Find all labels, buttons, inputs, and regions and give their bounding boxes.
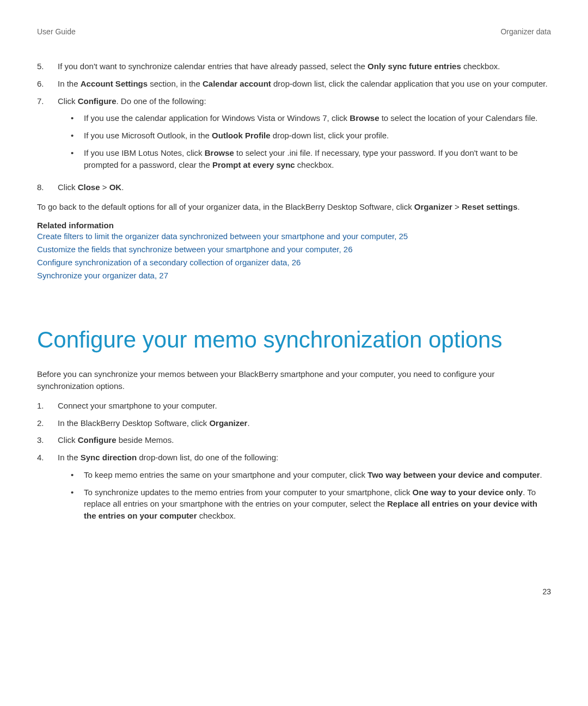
bullet-icon: • bbox=[71, 130, 84, 142]
bottom-step-item-number: 2. bbox=[37, 417, 58, 429]
bottom-step-subitem-body: To synchronize updates to the memo entri… bbox=[84, 486, 551, 522]
bottom-step-subitem: •To keep memo entries the same on your s… bbox=[58, 469, 551, 481]
top-step-item-number: 6. bbox=[37, 78, 58, 90]
top-step-sublist: •If you use the calendar application for… bbox=[58, 112, 551, 171]
bottom-step-item-body-seg: In the BlackBerry Desktop Software, clic… bbox=[58, 418, 209, 428]
top-step-item-body: If you don't want to synchronize calenda… bbox=[58, 60, 551, 72]
bottom-step-subitem-body-seg: . bbox=[540, 470, 542, 479]
page-header: User Guide Organizer data bbox=[37, 27, 551, 36]
top-step-subitem-body-seg: Prompt at every sync bbox=[212, 160, 295, 169]
top-step-item: 6.In the Account Settings section, in th… bbox=[37, 78, 551, 90]
bottom-step-item: 2.In the BlackBerry Desktop Software, cl… bbox=[37, 417, 551, 429]
default-para-seg: > bbox=[452, 202, 462, 211]
bottom-step-item-body: In the BlackBerry Desktop Software, clic… bbox=[58, 417, 551, 429]
top-step-item-body-seg: section, in the bbox=[148, 79, 203, 88]
top-step-subitem: •If you use IBM Lotus Notes, click Brows… bbox=[58, 147, 551, 171]
related-link-line: Create filters to limit the organizer da… bbox=[37, 230, 551, 243]
top-step-item-body-seg: Click bbox=[58, 182, 78, 192]
page-number: 23 bbox=[37, 587, 551, 596]
top-step-item-body-seg: . bbox=[121, 182, 124, 192]
bottom-step-item-body: In the Sync direction drop-down list, do… bbox=[58, 452, 551, 527]
top-step-item-body-seg: . Do one of the following: bbox=[117, 96, 206, 106]
bottom-step-subitem-body-seg: Two way between your device and computer bbox=[367, 470, 540, 479]
bottom-step-item-number: 4. bbox=[37, 452, 58, 464]
top-step-item: 5.If you don't want to synchronize calen… bbox=[37, 60, 551, 72]
top-step-item-body-seg: Click bbox=[58, 96, 78, 106]
top-step-item-body-seg: In the bbox=[58, 79, 81, 88]
bottom-step-subitem-body-seg: checkbox. bbox=[197, 511, 236, 520]
top-step-item-body: In the Account Settings section, in the … bbox=[58, 78, 551, 90]
document-page: User Guide Organizer data 5.If you don't… bbox=[0, 0, 588, 623]
related-link[interactable]: Configure synchronization of a secondary… bbox=[37, 258, 290, 267]
related-link-page: 26 bbox=[341, 245, 353, 254]
bottom-step-subitem-body-seg: One way to your device only bbox=[413, 488, 523, 497]
bottom-step-item-body-seg: Organizer bbox=[209, 418, 247, 428]
section-title: Configure your memo synchronization opti… bbox=[37, 326, 551, 355]
related-info-heading: Related information bbox=[37, 221, 551, 230]
bullet-icon: • bbox=[71, 486, 84, 498]
top-step-item-body-seg: Account Settings bbox=[81, 79, 148, 88]
top-step-subitem-body-seg: drop-down list, click your profile. bbox=[271, 131, 389, 140]
top-step-subitem: •If you use the calendar application for… bbox=[58, 112, 551, 124]
default-para-seg: Organizer bbox=[414, 202, 452, 211]
top-step-item-body-seg: If you don't want to synchronize calenda… bbox=[58, 62, 367, 71]
top-step-item-number: 7. bbox=[37, 95, 58, 107]
top-step-item-number: 8. bbox=[37, 181, 58, 193]
bullet-icon: • bbox=[71, 112, 84, 124]
related-link[interactable]: Create filters to limit the organizer da… bbox=[37, 232, 396, 241]
related-link-line: Customize the fields that synchronize be… bbox=[37, 243, 551, 256]
bottom-step-item-body-seg: beside Memos. bbox=[117, 435, 174, 445]
related-link-line: Configure synchronization of a secondary… bbox=[37, 256, 551, 269]
top-step-item-body-seg: > bbox=[100, 182, 109, 192]
bottom-step-item-body: Click Configure beside Memos. bbox=[58, 434, 551, 446]
related-link-line: Synchronize your organizer data, 27 bbox=[37, 269, 551, 282]
bottom-step-item: 1.Connect your smartphone to your comput… bbox=[37, 400, 551, 412]
related-link-page: 27 bbox=[157, 271, 168, 280]
top-step-item-body-seg: drop-down list, click the calendar appli… bbox=[271, 79, 548, 88]
bottom-step-subitem-body: To keep memo entries the same on your sm… bbox=[84, 469, 551, 481]
related-link[interactable]: Customize the fields that synchronize be… bbox=[37, 245, 341, 254]
top-step-item-number: 5. bbox=[37, 60, 58, 72]
default-options-paragraph: To go back to the default options for al… bbox=[37, 201, 551, 213]
bottom-step-sublist: •To keep memo entries the same on your s… bbox=[58, 469, 551, 522]
top-step-item: 8.Click Close > OK. bbox=[37, 181, 551, 193]
default-para-seg: . bbox=[518, 202, 520, 211]
top-step-item-body-seg: checkbox. bbox=[461, 62, 500, 71]
bottom-step-item-body-seg: Sync direction bbox=[81, 453, 137, 462]
top-step-subitem-body-seg: to select the location of your Calendars… bbox=[379, 113, 537, 123]
bottom-step-item-body-seg: In the bbox=[58, 453, 81, 462]
top-step-subitem-body: If you use the calendar application for … bbox=[84, 112, 551, 124]
top-step-item-body: Click Close > OK. bbox=[58, 181, 551, 193]
related-link[interactable]: Synchronize your organizer data, bbox=[37, 271, 157, 280]
top-step-item: 7.Click Configure. Do one of the followi… bbox=[37, 95, 551, 176]
top-step-subitem: •If you use Microsoft Outlook, in the Ou… bbox=[58, 130, 551, 142]
bottom-step-item-body: Connect your smartphone to your computer… bbox=[58, 400, 551, 412]
bottom-step-item-body-seg: Configure bbox=[78, 435, 117, 445]
bottom-step-item-body-seg: Click bbox=[58, 435, 78, 445]
top-step-item-body-seg: OK bbox=[109, 182, 122, 192]
top-step-item-body-seg: Close bbox=[78, 182, 100, 192]
related-info-links: Create filters to limit the organizer da… bbox=[37, 230, 551, 282]
default-para-seg: Reset settings bbox=[462, 202, 518, 211]
bullet-icon: • bbox=[71, 469, 84, 481]
header-right: Organizer data bbox=[500, 27, 551, 36]
top-step-subitem-body-seg: If you use IBM Lotus Notes, click bbox=[84, 148, 205, 157]
top-step-subitem-body-seg: checkbox. bbox=[295, 160, 334, 169]
bottom-step-subitem-body-seg: To keep memo entries the same on your sm… bbox=[84, 470, 367, 479]
top-step-subitem-body-seg: If you use the calendar application for … bbox=[84, 113, 350, 123]
related-link-page: 25 bbox=[396, 232, 408, 241]
bottom-step-item-body-seg: drop-down list, do one of the following: bbox=[137, 453, 278, 462]
bullet-icon: • bbox=[71, 147, 84, 159]
header-left: User Guide bbox=[37, 27, 76, 36]
bottom-steps-list: 1.Connect your smartphone to your comput… bbox=[37, 400, 551, 527]
top-step-subitem-body-seg: If you use Microsoft Outlook, in the bbox=[84, 131, 212, 140]
top-step-item-body: Click Configure. Do one of the following… bbox=[58, 95, 551, 176]
default-para-seg: To go back to the default options for al… bbox=[37, 202, 414, 211]
top-step-item-body-seg: Calendar account bbox=[203, 79, 271, 88]
bottom-step-subitem: •To synchronize updates to the memo entr… bbox=[58, 486, 551, 522]
bottom-step-item: 4.In the Sync direction drop-down list, … bbox=[37, 452, 551, 527]
bottom-step-item-body-seg: Connect your smartphone to your computer… bbox=[58, 401, 217, 410]
bottom-step-item-body-seg: . bbox=[247, 418, 249, 428]
top-step-subitem-body: If you use Microsoft Outlook, in the Out… bbox=[84, 130, 551, 142]
intro-paragraph: Before you can synchronize your memos be… bbox=[37, 368, 551, 392]
